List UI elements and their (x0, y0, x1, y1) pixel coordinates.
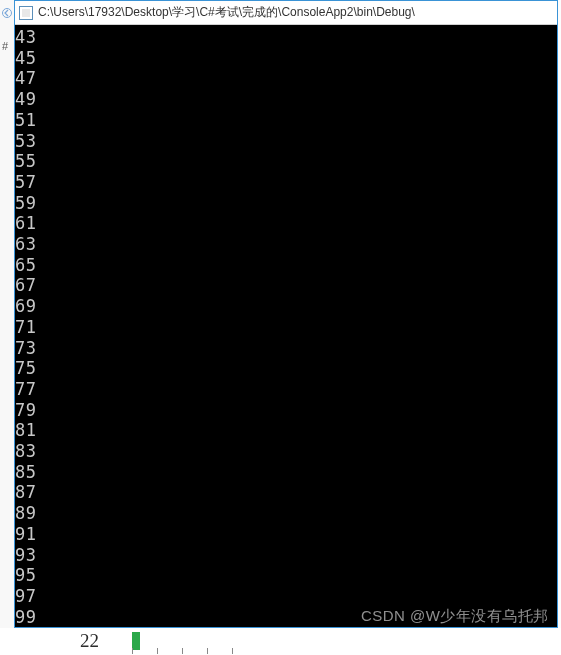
console-line: 85 (15, 462, 557, 483)
console-line: 67 (15, 275, 557, 296)
console-line: 99 (15, 607, 557, 627)
back-arrow-icon[interactable] (2, 6, 12, 20)
console-line: 77 (15, 379, 557, 400)
title-bar[interactable]: C:\Users\17932\Desktop\学习\C#考试\完成的\Conso… (15, 1, 557, 25)
console-line: 91 (15, 524, 557, 545)
under-editor-fragment: 22 (0, 628, 561, 655)
console-line: 73 (15, 338, 557, 359)
console-line: 59 (15, 193, 557, 214)
console-line: 89 (15, 503, 557, 524)
console-line: 61 (15, 213, 557, 234)
console-line: 81 (15, 420, 557, 441)
console-line: 71 (15, 317, 557, 338)
console-window[interactable]: C:\Users\17932\Desktop\学习\C#考试\完成的\Conso… (14, 0, 558, 628)
console-line: 49 (15, 89, 557, 110)
console-output[interactable]: 4345474951535557596163656769717375777981… (15, 25, 557, 627)
console-line: 63 (15, 234, 557, 255)
console-line: 75 (15, 358, 557, 379)
console-line: 83 (15, 441, 557, 462)
console-line: 51 (15, 110, 557, 131)
svg-point-0 (3, 9, 12, 18)
console-line: 93 (15, 545, 557, 566)
console-line: 95 (15, 565, 557, 586)
window-title: C:\Users\17932\Desktop\学习\C#考试\完成的\Conso… (38, 4, 415, 21)
console-line: 47 (15, 68, 557, 89)
console-line: 65 (15, 255, 557, 276)
line-number-fragment: 22 (80, 630, 99, 652)
console-line: 79 (15, 400, 557, 421)
console-line: 43 (15, 27, 557, 48)
console-line: 55 (15, 151, 557, 172)
console-line: 53 (15, 131, 557, 152)
gutter-hash: # (2, 40, 8, 52)
console-line: 45 (15, 48, 557, 69)
console-app-icon (19, 6, 33, 20)
console-line: 69 (15, 296, 557, 317)
console-line: 97 (15, 586, 557, 607)
console-line: 87 (15, 482, 557, 503)
left-gutter: # (0, 0, 14, 655)
console-line: 57 (15, 172, 557, 193)
chart-ticks-fragment (132, 628, 252, 655)
